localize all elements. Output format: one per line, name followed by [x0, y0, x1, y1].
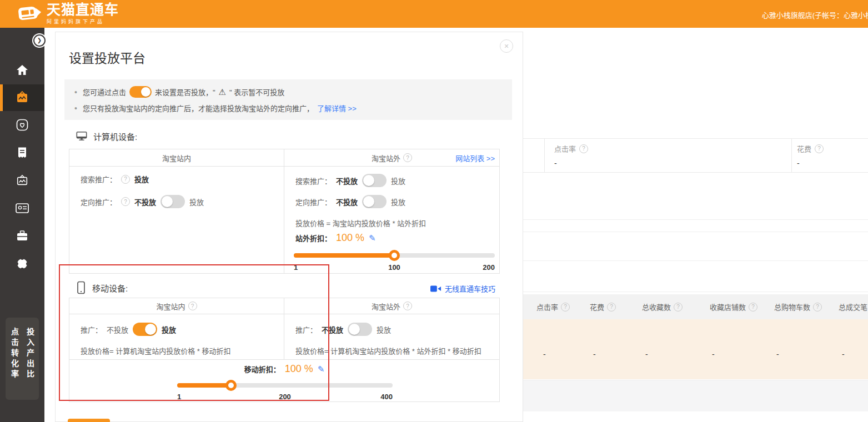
help-icon[interactable]: ?: [815, 144, 824, 153]
metric-label-roi: 投入产出比: [25, 328, 35, 400]
outer-discount-label: 站外折扣：: [295, 233, 332, 243]
help-icon[interactable]: ?: [188, 302, 197, 310]
slider-ticks: 1 200 400: [177, 393, 393, 401]
state-on-label: 投放: [377, 324, 391, 335]
monitor-icon: [76, 130, 88, 142]
app-logo[interactable]: 天猫直通车 阿里妈妈旗下产品: [17, 2, 119, 25]
tip-line-1: • 您可通过点击 来设置是否投放，" ⚠ " 表示暂不可投放: [74, 86, 512, 98]
column-header: 总收藏数: [642, 302, 671, 312]
sidebar-item-favorites[interactable]: [0, 112, 44, 138]
tick-max: 200: [483, 263, 495, 272]
stat-label: 花费: [797, 143, 811, 154]
target-promo-label: 定向推广：: [295, 197, 332, 207]
column-header: 点击率: [536, 302, 558, 312]
help-icon[interactable]: ?: [403, 153, 412, 162]
column-title: 淘宝站外: [372, 301, 400, 312]
sidebar-item-creative[interactable]: [0, 167, 44, 194]
app-subtitle: 阿里妈妈旗下产品: [47, 18, 119, 25]
promo-label: 推广：: [81, 324, 102, 335]
wireless-tips-link[interactable]: 无线直通车技巧: [430, 283, 495, 294]
edit-pencil-icon[interactable]: ✎: [318, 365, 325, 373]
site-list-link[interactable]: 网站列表 >>: [455, 153, 495, 163]
cell-value: -: [593, 350, 596, 359]
top-bar: 天猫直通车 阿里妈妈旗下产品 心雅小栈旗舰店(子帐号：心雅小栈: [0, 0, 868, 28]
edit-pencil-icon[interactable]: ✎: [369, 234, 376, 242]
column-header: 收藏店铺数: [710, 302, 746, 312]
mobile-outer-promo-toggle[interactable]: [348, 323, 372, 336]
chevron-right-icon: ❯: [33, 34, 46, 47]
sidebar-item-community[interactable]: [0, 250, 44, 277]
mobile-inner-promo-toggle[interactable]: [133, 323, 157, 336]
sidebar-item-account-card[interactable]: [0, 195, 44, 222]
close-icon[interactable]: ✕: [500, 39, 513, 53]
divider: [523, 138, 868, 139]
computer-outer-column-header: 淘宝站外 ? 网站列表 >>: [284, 149, 499, 166]
divider: [523, 292, 868, 292]
computer-outer-target-toggle[interactable]: [362, 195, 387, 208]
state-off-label: 不投放: [336, 197, 358, 207]
computer-inner-cell: 搜索推广： ? 投放 定向推广： ? 不投放 投放: [69, 167, 284, 274]
briefcase-icon: [16, 229, 29, 243]
computer-platform-table: 淘宝站内 淘宝站外 ? 网站列表 >> 搜索推广： ? 投放 定向推广：: [69, 149, 500, 274]
receipt-icon: [16, 146, 29, 159]
help-icon[interactable]: ?: [579, 144, 588, 153]
cell-value: -: [776, 350, 779, 359]
column-title: 淘宝站外: [372, 153, 400, 163]
mobile-inner-cell: 推广： 不投放 投放 投放价格= 计算机淘宝站内投放价格 * 移动折扣: [69, 314, 284, 359]
column-title: 淘宝站内: [162, 153, 191, 163]
bullet-dot: •: [74, 88, 77, 97]
state-on-label: 投放: [189, 197, 204, 207]
help-icon[interactable]: ?: [121, 175, 130, 184]
divider: [523, 172, 868, 173]
page-root: 点击率? - 花费? - 点击率? 花费? 总收藏数? 收藏店铺数? 总购物车数…: [0, 0, 868, 422]
sidebar-item-home[interactable]: [0, 57, 44, 83]
save-button[interactable]: [68, 419, 110, 422]
tip-text: " 表示暂不可投放: [229, 87, 284, 97]
tick-min: 1: [177, 393, 181, 401]
sidebar-expand-button[interactable]: ❯: [32, 33, 47, 48]
column-header: 总成交笔: [839, 302, 867, 312]
dialog-tips: • 您可通过点击 来设置是否投放，" ⚠ " 表示暂不可投放 • 您只有投放淘宝…: [64, 79, 512, 120]
computer-section-header: 计算机设备:: [76, 130, 137, 142]
sidebar-metrics-panel[interactable]: 点击转化率 投入产出比: [6, 318, 39, 400]
computer-inner-target-toggle[interactable]: [160, 195, 185, 208]
stat-label: 点击率: [554, 143, 576, 154]
table-row[interactable]: - - - - - -: [523, 319, 868, 379]
help-icon[interactable]: ?: [607, 303, 616, 312]
tip-text: 您可通过点击: [83, 87, 126, 97]
computer-outer-search-toggle[interactable]: [362, 174, 387, 187]
help-icon[interactable]: ?: [813, 303, 822, 312]
sidebar-item-reports[interactable]: [0, 139, 44, 166]
help-icon[interactable]: ?: [561, 303, 570, 312]
help-icon[interactable]: ?: [121, 197, 130, 206]
computer-outer-cell: 搜索推广： 不投放 投放 定向推广： 不投放 投放 投放价格 = 淘宝站内投放价…: [284, 167, 499, 274]
divider: [544, 138, 545, 172]
toggle-example-icon: [129, 86, 152, 98]
search-promo-label: 搜索推广：: [81, 174, 117, 184]
smartphone-icon: [76, 281, 87, 294]
cell-value: -: [842, 350, 845, 359]
sidebar-item-tools[interactable]: [0, 223, 44, 249]
campaign-banner-icon: [15, 91, 29, 105]
mobile-discount-line: 移动折扣： 100 % ✎: [69, 363, 499, 375]
slider-knob[interactable]: [225, 380, 237, 391]
bullet-dot: •: [74, 104, 77, 113]
mobile-inner-price-formula: 投放价格= 计算机淘宝站内投放价格 * 移动折扣: [81, 345, 231, 356]
tick-max: 400: [380, 393, 393, 401]
target-promo-label: 定向推广：: [81, 197, 117, 207]
state-on-label: 投放: [162, 324, 176, 335]
mobile-discount-slider[interactable]: [177, 383, 393, 388]
slider-knob[interactable]: [389, 250, 400, 261]
mobile-discount-value: 100 %: [285, 363, 313, 375]
tick-mid: 200: [279, 393, 291, 401]
help-icon[interactable]: ?: [749, 303, 757, 312]
help-icon[interactable]: ?: [403, 302, 412, 310]
account-name[interactable]: 心雅小栈旗舰店(子帐号：心雅小栈: [762, 9, 868, 20]
learn-more-link[interactable]: 了解详情 >>: [317, 103, 357, 113]
sidebar-item-campaigns-active[interactable]: [0, 84, 44, 111]
outer-discount-slider[interactable]: [294, 253, 495, 258]
app-title: 天猫直通车: [47, 2, 119, 17]
cell-value: -: [645, 350, 648, 359]
help-icon[interactable]: ?: [674, 303, 683, 312]
wireless-tips-label: 无线直通车技巧: [445, 283, 495, 294]
